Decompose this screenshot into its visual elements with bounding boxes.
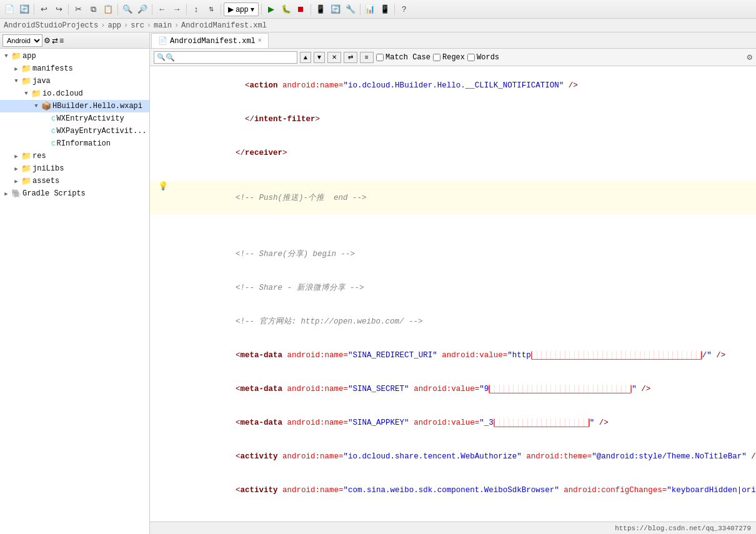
toolbar-sdk-btn[interactable]: 📊 [363, 2, 377, 16]
search-input-wrap: 🔍 [154, 51, 297, 64]
bulb-hint[interactable]: 💡 [159, 181, 167, 192]
toolbar-new-btn[interactable]: 📄 [2, 2, 16, 16]
toolbar-gradle-btn[interactable]: 🔧 [344, 2, 357, 16]
search-prev-btn[interactable]: ▲ [300, 52, 311, 63]
search-replace-btn[interactable]: ⇄ [344, 52, 357, 63]
toolbar-copy-btn[interactable]: ⧉ [86, 2, 100, 16]
gradle-icon: 🐘 [11, 189, 21, 199]
toolbar-undo-btn[interactable]: ↩ [37, 2, 51, 16]
tree-label-jnilibs: jniLibs [32, 164, 64, 173]
code-line: <activity android:name="com.sina.weibo.s… [150, 473, 756, 507]
match-case-input[interactable] [376, 54, 384, 61]
toolbar-fwd-btn[interactable]: → [170, 2, 184, 16]
search-icon: 🔍 [157, 53, 166, 61]
breadcrumb-item-5[interactable]: AndroidManifest.xml [181, 21, 267, 30]
regex-checkbox[interactable]: Regex [433, 53, 465, 62]
code-line [150, 518, 756, 522]
code-line: <activity android:name="io.dcloud.share.… [150, 440, 756, 473]
words-checkbox[interactable]: Words [467, 53, 499, 62]
sidebar-collapse-btn[interactable]: ≡ [59, 36, 64, 45]
folder-icon: 📁 [21, 76, 31, 86]
project-view-select[interactable]: Android [2, 34, 42, 47]
folder-icon: 📁 [21, 176, 31, 186]
toolbar-find-btn[interactable]: 🔎 [136, 2, 149, 16]
toolbar-back-btn[interactable]: ← [155, 2, 169, 16]
folder-icon: 📁 [21, 64, 31, 74]
tree-item-gradle[interactable]: ▶ 🐘 Gradle Scripts [0, 187, 149, 200]
toolbar-help-btn[interactable]: ? [397, 2, 411, 16]
line-content: </intent-filter> [167, 102, 756, 136]
toolbar-run-btn[interactable]: ▶ [264, 2, 278, 16]
sidebar-sync-btn[interactable]: ⚙ [44, 36, 51, 45]
toolbar-redo-btn[interactable]: ↪ [52, 2, 66, 16]
toolbar-avd-btn[interactable]: 📱 [378, 2, 392, 16]
toolbar-cut-btn[interactable]: ✂ [71, 2, 85, 16]
folder-icon: 📁 [11, 51, 21, 61]
sidebar-settings-btn[interactable]: ⇄ [52, 36, 58, 45]
line-content: <!-- Share - 新浪微博分享 --> [167, 271, 756, 305]
tree-item-manifests[interactable]: ▶ 📁 manifests [0, 62, 149, 75]
android-class-icon: C [51, 140, 56, 147]
status-url: https://blog.csdn.net/qq_33407279 [615, 525, 751, 532]
toolbar-paste-btn[interactable]: 📋 [101, 2, 115, 16]
regex-input[interactable] [433, 54, 440, 61]
breadcrumb-item-1[interactable]: AndroidStudioProjects [4, 21, 98, 30]
breadcrumb-item-3[interactable]: src [131, 21, 144, 30]
toolbar-device-btn[interactable]: 📱 [314, 2, 327, 16]
match-case-label: Match Case [385, 53, 430, 62]
toolbar-reformat-btn[interactable]: ↕ [189, 2, 203, 16]
tree-label-wxpay: WXPayEntryActivit... [57, 127, 147, 136]
search-input[interactable] [166, 53, 284, 62]
toolbar-sync-btn[interactable]: 🔄 [329, 2, 342, 16]
code-editor[interactable]: <action android:name="io.dcloud.HBuilder… [150, 66, 756, 522]
editor-area: 📄 AndroidManifest.xml × 🔍 ▲ ▼ ✕ ⇄ ≡ Matc… [150, 32, 756, 534]
tree-label-rinfo: RInformation [57, 139, 111, 148]
toolbar-sep-1 [34, 4, 34, 15]
toolbar: 📄 🔄 ↩ ↪ ✂ ⧉ 📋 🔍 🔎 ← → ↕ ⇅ ▶ app ▾ ▶ 🐛 ⏹ … [0, 0, 756, 19]
toolbar-sep-8 [311, 4, 311, 15]
line-content [167, 226, 756, 237]
search-next-btn[interactable]: ▼ [314, 52, 325, 63]
class-icon: C [51, 115, 56, 122]
code-line [150, 170, 756, 181]
tree-item-wxentry[interactable]: C WXEntryActivity [0, 112, 149, 125]
main-layout: Android ⚙ ⇄ ≡ ▼ 📁 app ▶ 📁 manifests ▼ [0, 32, 756, 534]
toolbar-search-btn[interactable]: 🔍 [121, 2, 134, 16]
tree-item-java[interactable]: ▼ 📁 java [0, 75, 149, 87]
tree-item-assets[interactable]: ▶ 📁 assets [0, 175, 149, 187]
tree-item-app[interactable]: ▼ 📁 app [0, 50, 149, 62]
search-settings-icon[interactable]: ⚙ [747, 52, 752, 62]
tree-item-res[interactable]: ▶ 📁 res [0, 150, 149, 162]
tree-item-rinfo[interactable]: C RInformation [0, 137, 149, 150]
tab-manifest[interactable]: 📄 AndroidManifest.xml × [151, 33, 269, 48]
tab-bar: 📄 AndroidManifest.xml × [150, 32, 756, 49]
toolbar-open-btn[interactable]: 🔄 [17, 2, 31, 16]
toolbar-debug-btn[interactable]: 🐛 [279, 2, 293, 16]
app-dropdown[interactable]: ▶ app ▾ [224, 2, 259, 16]
tree-label-io-dcloud: io.dcloud [42, 89, 83, 98]
folder-icon: 📁 [21, 151, 31, 161]
toolbar-sort-btn[interactable]: ⇅ [204, 2, 218, 16]
tree-item-jnilibs[interactable]: ▶ 📁 jniLibs [0, 162, 149, 175]
code-line [150, 215, 756, 226]
line-content: <!-- Push(推送)-个推 end --> [167, 181, 756, 215]
breadcrumb-item-4[interactable]: main [154, 21, 172, 30]
breadcrumb-item-2[interactable]: app [107, 21, 121, 30]
tree-item-wxapi[interactable]: ▼ 📦 HBuilder.Hello.wxapi [0, 100, 149, 112]
tree-label-res: res [32, 152, 46, 161]
match-case-checkbox[interactable]: Match Case [376, 53, 430, 62]
line-content: <meta-data android:name="SINA_SECRET" an… [167, 372, 756, 406]
toolbar-stop-btn[interactable]: ⏹ [294, 2, 308, 16]
tab-file-icon: 📄 [158, 36, 167, 46]
search-filter-btn[interactable]: ≡ [360, 52, 374, 63]
search-close-btn[interactable]: ✕ [327, 52, 341, 63]
tree-item-wxpay[interactable]: C WXPayEntryActivit... [0, 125, 149, 137]
arrow-icon: ▼ [32, 103, 40, 109]
tree-item-io-dcloud[interactable]: ▼ 📁 io.dcloud [0, 87, 149, 100]
line-content: <meta-data android:name="SINA_REDIRECT_U… [167, 339, 756, 372]
sidebar: Android ⚙ ⇄ ≡ ▼ 📁 app ▶ 📁 manifests ▼ [0, 32, 150, 534]
words-input[interactable] [467, 54, 475, 61]
arrow-icon: ▼ [12, 78, 20, 84]
tab-close-btn[interactable]: × [258, 37, 262, 44]
arrow-icon: ▶ [12, 166, 20, 172]
